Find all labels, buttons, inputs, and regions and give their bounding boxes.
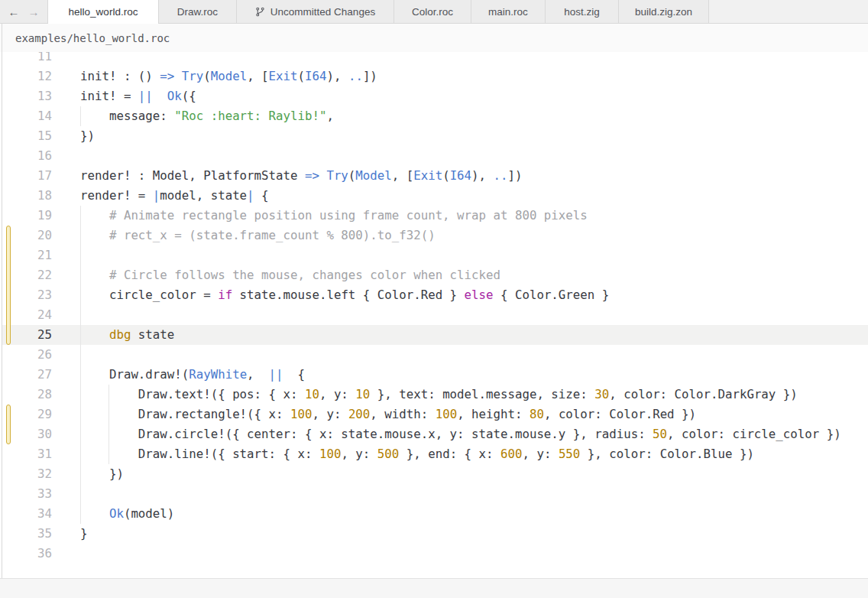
code-row[interactable]: 22 # Circle follows the mouse, changes c… [0, 265, 868, 285]
code-line: dbg state [80, 325, 174, 345]
line-number: 31 [0, 444, 52, 464]
code-line: circle_color = if state.mouse.left { Col… [80, 285, 609, 305]
code-line: }) [80, 126, 95, 146]
code-row[interactable]: 25 dbg state [0, 325, 868, 345]
code-editor[interactable]: 1112init! : () => Try(Model, [Exit(I64),… [0, 52, 868, 578]
breadcrumb-bar: examples/hello_world.roc [0, 24, 868, 52]
code-line: Draw.draw!(RayWhite, || { [80, 365, 305, 385]
code-row[interactable]: 18render! = |model, state| { [0, 186, 868, 206]
code-line: Draw.rectangle!({ x: 100, y: 200, width:… [80, 405, 696, 424]
code-row[interactable]: 32 }) [0, 464, 868, 484]
line-number: 21 [0, 245, 52, 265]
code-row[interactable]: 35} [0, 524, 868, 544]
code-line: Ok(model) [80, 504, 174, 524]
tab-uncommitted-changes[interactable]: Uncommitted Changes [237, 0, 394, 24]
pane-left-border [2, 24, 2, 578]
forward-button[interactable]: → [28, 6, 40, 18]
line-number: 32 [0, 464, 52, 484]
tab-bar: ← → hello_world.rocDraw.rocUncommitted C… [0, 0, 868, 24]
tab-host-zig[interactable]: host.zig [546, 0, 619, 24]
code-line: message: "Roc :heart: Raylib!", [80, 106, 334, 126]
tab-hello-world-roc[interactable]: hello_world.roc [48, 0, 159, 24]
code-line: init! : () => Try(Model, [Exit(I64), ..]… [80, 67, 377, 86]
code-row[interactable]: 13init! = || Ok({ [0, 86, 868, 106]
code-row[interactable]: 34 Ok(model) [0, 504, 868, 524]
code-row[interactable]: 17render! : Model, PlatformState => Try(… [0, 166, 868, 186]
tab-label: build.zig.zon [635, 6, 692, 18]
nav-history-controls: ← → [0, 0, 48, 24]
line-number: 29 [0, 405, 52, 424]
line-number: 30 [0, 424, 52, 444]
code-line: render! : Model, PlatformState => Try(Mo… [80, 166, 522, 186]
line-number: 17 [0, 166, 52, 186]
code-line: init! = || Ok({ [80, 86, 196, 106]
code-row[interactable]: 31 Draw.line!({ start: { x: 100, y: 500 … [0, 444, 868, 464]
line-number: 36 [0, 544, 52, 564]
code-row[interactable]: 15}) [0, 126, 868, 146]
tab-color-roc[interactable]: Color.roc [394, 0, 471, 24]
code-row[interactable]: 29 Draw.rectangle!({ x: 100, y: 200, wid… [0, 405, 868, 424]
code-line: } [80, 524, 87, 544]
line-number: 25 [0, 325, 52, 345]
tab-main-roc[interactable]: main.roc [471, 0, 546, 24]
code-line: Draw.circle!({ center: { x: state.mouse.… [80, 424, 841, 444]
line-number: 16 [0, 146, 52, 166]
code-row[interactable]: 28 Draw.text!({ pos: { x: 10, y: 10 }, t… [0, 385, 868, 405]
line-number: 35 [0, 524, 52, 544]
tab-label: Color.roc [412, 6, 453, 18]
line-number: 34 [0, 504, 52, 524]
line-number: 26 [0, 345, 52, 365]
code-line: # Animate rectangle position using frame… [80, 206, 588, 226]
code-line: # Circle follows the mouse, changes colo… [80, 265, 500, 285]
code-line: # rect_x = (state.frame_count % 800).to_… [80, 226, 436, 245]
line-number: 23 [0, 285, 52, 305]
line-number: 15 [0, 126, 52, 146]
tab-label: hello_world.roc [69, 6, 138, 18]
code-row[interactable]: 11 [0, 52, 868, 67]
tab-build-zig-zon[interactable]: build.zig.zon [619, 0, 709, 24]
breadcrumb[interactable]: examples/hello_world.roc [15, 32, 170, 44]
line-number: 13 [0, 86, 52, 106]
code-line: Draw.line!({ start: { x: 100, y: 500 }, … [80, 444, 754, 464]
code-line: }) [80, 464, 124, 484]
code-line: render! = |model, state| { [80, 186, 269, 206]
line-number: 19 [0, 206, 52, 226]
line-number: 22 [0, 265, 52, 285]
code-row[interactable]: 30 Draw.circle!({ center: { x: state.mou… [0, 424, 868, 444]
git-branch-icon [255, 7, 265, 17]
tab-label: main.roc [488, 6, 528, 18]
code-row[interactable]: 20 # rect_x = (state.frame_count % 800).… [0, 226, 868, 245]
tab-draw-roc[interactable]: Draw.roc [159, 0, 237, 24]
line-number: 24 [0, 305, 52, 325]
back-button[interactable]: ← [8, 6, 20, 18]
line-number: 28 [0, 385, 52, 405]
code-row[interactable]: 12init! : () => Try(Model, [Exit(I64), .… [0, 67, 868, 86]
code-row[interactable]: 24 [0, 305, 868, 325]
line-number: 27 [0, 365, 52, 385]
code-row[interactable]: 21 [0, 245, 868, 265]
code-row[interactable]: 26 [0, 345, 868, 365]
code-row[interactable]: 27 Draw.draw!(RayWhite, || { [0, 365, 868, 385]
line-number: 12 [0, 67, 52, 86]
line-number: 20 [0, 226, 52, 245]
tab-bar-filler [709, 0, 868, 24]
code-row[interactable]: 33 [0, 484, 868, 504]
code-line: Draw.text!({ pos: { x: 10, y: 10 }, text… [80, 385, 798, 405]
code-row[interactable]: 19 # Animate rectangle position using fr… [0, 206, 868, 226]
line-number: 14 [0, 106, 52, 126]
bottom-panel [0, 578, 868, 598]
code-row[interactable]: 23 circle_color = if state.mouse.left { … [0, 285, 868, 305]
line-number: 18 [0, 186, 52, 206]
line-number: 33 [0, 484, 52, 504]
code-row[interactable]: 36 [0, 544, 868, 564]
code-row[interactable]: 14 message: "Roc :heart: Raylib!", [0, 106, 868, 126]
line-number: 11 [0, 52, 52, 67]
tab-label: host.zig [564, 6, 600, 18]
tab-label: Draw.roc [177, 6, 218, 18]
code-row[interactable]: 16 [0, 146, 868, 166]
tab-label: Uncommitted Changes [270, 6, 375, 18]
